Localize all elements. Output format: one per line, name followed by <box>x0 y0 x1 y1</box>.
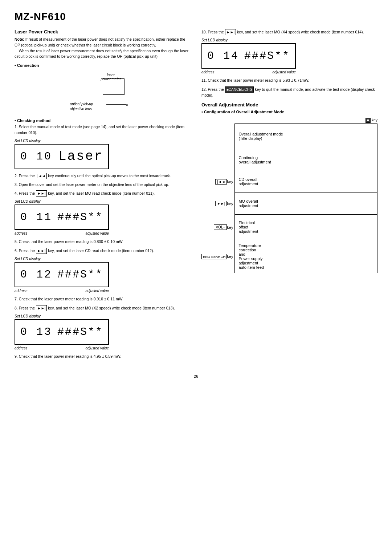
addr-label-4: address <box>15 346 28 350</box>
lcd-labels-3: address adjusted value <box>15 289 109 293</box>
laser-box <box>103 78 124 95</box>
flow-row-5: Electricaloffsetadjustment <box>235 215 377 240</box>
step-6: 6. Press the ►►| key, and set the laser … <box>15 248 191 254</box>
flow-desc-2: Continuingoverall adjustment <box>238 155 271 164</box>
key-cancel-chg: ■CANCEL/CHG <box>225 86 254 93</box>
lcd-addr-5: 0 14 <box>207 50 239 62</box>
connection-title: • Connection <box>15 63 191 68</box>
checking-method-section: • Checking method 1. Select the manual m… <box>15 118 191 360</box>
key-column: |◄◄ key ►►| key VOL+key END SEARCH key <box>201 123 234 273</box>
optics-dot <box>126 104 128 106</box>
key-end-search-box: END SEARCH <box>201 254 227 259</box>
key-next-box: ►►| <box>215 201 227 206</box>
laser-power-check-title: Laser Power Check <box>15 29 191 35</box>
key-spacer-1 <box>201 123 234 149</box>
step-5: 5. Check that the laser power meter read… <box>15 239 191 245</box>
lcd-val-4: ###S** <box>57 326 103 338</box>
optics-line <box>106 104 126 105</box>
flow-row-2: Continuingoverall adjustment <box>235 149 377 171</box>
note-text: If result of measurement of the laser po… <box>15 37 188 58</box>
step-8: 8. Press the ►►| key, and set the laser … <box>15 305 191 311</box>
flow-desc-6: TemperaturecorrectionandPower supplyadju… <box>238 243 264 270</box>
lcd-val-1: Laser <box>58 149 103 164</box>
flow-desc-4: MO overalladjustment <box>238 199 258 208</box>
step-9: 9. Check that the laser power meter read… <box>15 354 191 360</box>
lcd-display-5: Set LCD display 0 14 ###S** address adju… <box>201 38 377 74</box>
flow-boxes: Overall adjustment mode(Title display) C… <box>234 123 377 273</box>
key-next-4: ►►| <box>225 29 236 35</box>
config-title: • Configuration of Overall Adjustment Mo… <box>201 110 377 114</box>
lcd-display-4: Set LCD display 0 13 ###S** address adju… <box>15 314 191 350</box>
key-next-1: ►►| <box>36 190 47 197</box>
page-title: MZ-NF610 <box>15 11 377 23</box>
key-next-2: ►►| <box>36 248 47 254</box>
lcd-display-1: Set LCD display 0 10 Laser <box>15 139 191 169</box>
addr-label-5: address <box>201 70 215 74</box>
lcd-label-4: Set LCD display <box>15 314 191 318</box>
flow-desc-5: Electricaloffsetadjustment <box>238 220 258 234</box>
lcd-addr-3: 0 12 <box>20 268 52 281</box>
flow-row-6: TemperaturecorrectionandPower supplyadju… <box>235 240 377 273</box>
lcd-label-3: Set LCD display <box>15 257 191 261</box>
key-spacer-2 <box>201 149 234 171</box>
connection-section: • Connection laserpower meter optical pi… <box>15 63 191 115</box>
right-inner: 10. Press the ►►| key, and set the laser… <box>201 29 377 273</box>
lcd-label-1: Set LCD display <box>15 139 191 143</box>
lcd-box-2: 0 11 ###S** <box>15 204 109 230</box>
key-square-icon: ■ <box>366 118 371 123</box>
left-column: Laser Power Check Note: If result of mea… <box>15 29 191 363</box>
flow-row-4: MO overalladjustment <box>235 193 377 215</box>
val-label-5: adjusted value <box>273 70 296 74</box>
lcd-display-3: Set LCD display 0 12 ###S** address adju… <box>15 257 191 293</box>
lcd-box-4: 0 13 ###S** <box>15 319 109 345</box>
optical-label: optical pick-upobjective lens <box>70 102 93 111</box>
overall-adj-title: Overall Adjustment Mode <box>201 102 377 108</box>
step-7: 7. Check that the laser power meter read… <box>15 296 191 302</box>
val-label-2: adjusted value <box>86 231 109 235</box>
lcd-box-5: 0 14 ###S** <box>201 43 296 69</box>
flow-row-3: CD overalladjustment <box>235 171 377 193</box>
step-1: 1. Select the manual mode of test mode (… <box>15 124 191 136</box>
lcd-labels-4: address adjusted value <box>15 346 109 350</box>
flow-desc-3: CD overalladjustment <box>238 177 258 186</box>
val-label-4: adjusted value <box>86 346 109 350</box>
key-prev-box: |◄◄ <box>215 179 227 185</box>
step-10: 10. Press the ►►| key, and set the laser… <box>201 29 377 35</box>
laser-diagram: laserpower meter optical pick-upobjectiv… <box>70 71 143 115</box>
lcd-val-2: ###S** <box>57 211 103 223</box>
checking-method-title: • Checking method <box>15 118 191 123</box>
step-11: 11. Check that the laser power meter rea… <box>201 78 377 84</box>
overall-adj-section: Overall Adjustment Mode • Configuration … <box>201 102 377 273</box>
lcd-addr-1: 0 10 <box>20 150 52 163</box>
key-next-row: ►►| key <box>201 193 234 215</box>
key-prev-row: |◄◄ key <box>201 171 234 193</box>
flow-row-1: Overall adjustment mode(Title display) <box>235 124 377 149</box>
key-vol-row: VOL+key <box>201 215 234 240</box>
step-2: 2. Press the |◄◄ key continuously until … <box>15 173 191 179</box>
key-label: ■ key <box>201 118 377 123</box>
key-end-row: END SEARCH key <box>201 240 234 273</box>
key-vol-box: VOL+ <box>214 224 227 230</box>
right-column: 10. Press the ►►| key, and set the laser… <box>201 29 377 363</box>
lcd-box-1: 0 10 Laser <box>15 144 109 169</box>
lcd-labels-5: address adjusted value <box>201 70 296 74</box>
flow-diagram-container: ■ key |◄◄ key ►►| <box>201 118 377 273</box>
page-number: 26 <box>15 374 377 378</box>
lcd-display-2: Set LCD display 0 11 ###S** address adju… <box>15 199 191 235</box>
lcd-label-5: Set LCD display <box>201 38 377 42</box>
step-12: 12. Press the ■CANCEL/CHG key to quit th… <box>201 86 377 98</box>
flow-desc-1: Overall adjustment mode(Title display) <box>238 132 283 141</box>
lcd-label-2: Set LCD display <box>15 199 191 203</box>
addr-label-3: address <box>15 289 28 293</box>
note-label: Note: <box>15 37 24 41</box>
note-block: Note: If result of measurement of the la… <box>15 37 191 60</box>
lcd-val-5: ###S** <box>244 50 290 62</box>
key-prev: |◄◄ <box>36 173 47 179</box>
step-4: 4. Press the ►►| key, and set the laser … <box>15 190 191 197</box>
step-3: 3. Open the cover and set the laser powe… <box>15 182 191 188</box>
lcd-box-3: 0 12 ###S** <box>15 262 109 287</box>
lcd-labels-2: address adjusted value <box>15 231 109 235</box>
addr-label-2: address <box>15 231 28 235</box>
lcd-addr-4: 0 13 <box>20 326 52 338</box>
lcd-val-3: ###S** <box>57 268 103 281</box>
